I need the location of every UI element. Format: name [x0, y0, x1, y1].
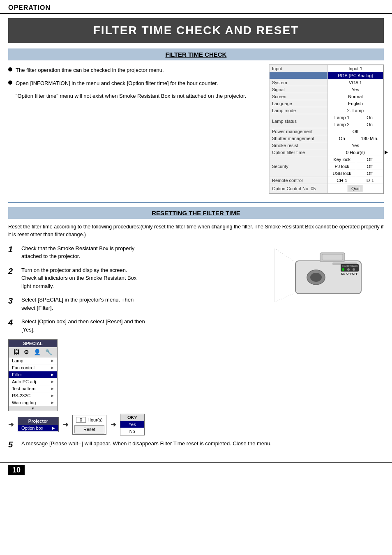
bottom-menus-row: ➜ Projector Option box ▶ ➜ 0 — [8, 414, 145, 435]
table-label: Remote control — [270, 177, 328, 184]
table-label: Option Control No. 05 — [270, 184, 328, 193]
table-label — [270, 72, 328, 79]
table-label: Smoke resist — [270, 142, 328, 149]
table-value: Yes — [328, 142, 383, 149]
table-label: Lamp mode — [270, 107, 328, 114]
special-menu-icons: 🖼 ⚙ 👤 🔧 — [9, 347, 57, 357]
step-text-3: Select [SPECIAL] in the projector's menu… — [21, 296, 134, 312]
table-row: Security Key lock Off — [270, 156, 383, 163]
table-value: Off — [356, 163, 383, 170]
table-value: Input 1 — [328, 65, 383, 72]
svg-text:ON: ON — [341, 272, 346, 275]
table-row: System VGA 1 — [270, 79, 383, 86]
table-value: On — [356, 114, 383, 121]
table-label: Input — [270, 65, 328, 72]
svg-text:OFF: OFF — [352, 272, 358, 275]
menu-item-autopcadj[interactable]: Auto PC adj. ▶ — [9, 378, 57, 385]
step-4: 4 Select [Option box] and then select [R… — [8, 318, 261, 334]
menu-item-label: Option box — [21, 426, 43, 431]
reset-section-header: RESETTING THE FILTER TIME — [8, 207, 384, 219]
step-2: 2 Turn on the projector and display the … — [8, 266, 261, 290]
menu-item-label: Auto PC adj. — [12, 379, 37, 384]
reset-button[interactable]: Reset — [74, 425, 104, 433]
ok-option-no[interactable]: No — [120, 428, 144, 435]
menu-arrow-icon: ▶ — [51, 359, 54, 363]
menu-item-rs232c[interactable]: RS-232C ▶ — [9, 392, 57, 399]
option-box-menu: 0 Hour(s) Reset — [72, 415, 106, 435]
step-text-4: Select [Option box] and then select [Res… — [21, 318, 145, 334]
table-value: USB lock — [328, 170, 356, 177]
table-label: Lamp status — [270, 114, 328, 128]
indent-text: "Option filter time" menu will not exist… — [16, 92, 261, 100]
table-value: 180 Min. — [356, 135, 383, 142]
icon-placeholder-3: 👤 — [34, 349, 41, 355]
section-divider — [8, 202, 384, 203]
table-row: Option filter time 0 Hour(s) — [270, 149, 383, 156]
svg-point-2 — [310, 273, 322, 282]
menu-item-label: Filter — [12, 372, 22, 377]
table-label: Language — [270, 100, 328, 107]
table-row: Language English — [270, 100, 383, 107]
step-number-5: 5 — [8, 440, 17, 449]
hour-value: 0 — [76, 417, 86, 423]
step-3: 3 Select [SPECIAL] in the projector's me… — [8, 296, 261, 312]
menu-arrow-icon: ▶ — [51, 366, 54, 370]
reset-intro: Reset the filter time according to the f… — [8, 223, 384, 239]
page-number: 10 — [8, 465, 25, 475]
menu-diagrams-area: SPECIAL 🖼 ⚙ 👤 🔧 Lamp ▶ Fan control — [8, 339, 261, 435]
menu-item-filter[interactable]: Filter ▶ — [9, 371, 57, 378]
menu-item-warninglog[interactable]: Warning log ▶ — [9, 399, 57, 406]
table-value: RGB (PC Analog) — [328, 72, 383, 79]
table-row: Remote control CH-1 ID-1 — [270, 177, 383, 184]
menu-arrow-icon: ▶ — [52, 426, 55, 430]
step-text-5: A message [Please wait--] will appear. W… — [21, 440, 272, 448]
svg-rect-8 — [322, 254, 343, 260]
table-label: Security — [270, 156, 328, 177]
table-value: English — [328, 100, 383, 107]
table-label: Signal — [270, 86, 328, 93]
filter-check-section: The filter operation time can be checked… — [8, 64, 384, 194]
main-title: FILTER TIME CHECK AND RESET — [8, 18, 384, 43]
hour-label: Hour(s) — [88, 417, 103, 422]
menu-item-fancontrol[interactable]: Fan control ▶ — [9, 364, 57, 371]
info-table-wrapper: Input Input 1 RGB (PC Analog) System VGA… — [269, 64, 384, 194]
menu-item-label: Test pattern — [12, 386, 35, 391]
steps-right: POWER FILTER WARN ON OFF OFF — [269, 244, 384, 436]
svg-point-13 — [342, 268, 344, 271]
bullet-text-2: Open [INFORMATION] in the menu and check… — [16, 79, 218, 88]
menu-item-label: Lamp — [12, 358, 23, 363]
step-text-2: Turn on the projector and display the sc… — [21, 266, 136, 290]
special-menu-title: SPECIAL — [9, 340, 57, 347]
bullet-dot-2 — [8, 81, 12, 85]
table-row: Input Input 1 — [270, 65, 383, 72]
table-row: Lamp mode 2- Lamp — [270, 107, 383, 114]
main-content: FILTER TIME CHECK AND RESET FILTER TIME … — [0, 14, 392, 454]
quit-button[interactable]: Quit — [348, 185, 363, 192]
filter-check-left: The filter operation time can be checked… — [8, 64, 261, 194]
filter-check-header: FILTER TIME CHECK — [8, 48, 384, 60]
table-value: Key lock — [328, 156, 356, 163]
table-value: 2- Lamp — [328, 107, 383, 114]
menu-arrow-icon: ▶ — [51, 401, 54, 405]
table-row: Signal Yes — [270, 86, 383, 93]
icon-placeholder-4: 🔧 — [45, 349, 52, 355]
menu-item-testpattern[interactable]: Test pattern ▶ — [9, 385, 57, 392]
scroll-indicator: ▼ — [9, 406, 57, 411]
page-number-bar: 10 — [0, 462, 392, 478]
table-value: Lamp 2 — [328, 121, 356, 128]
arrow-to-ok: ➜ — [111, 421, 116, 428]
step-number-1: 1 — [8, 244, 17, 254]
menu-arrow-icon: ▶ — [51, 394, 54, 398]
menu-item-optionbox[interactable]: Option box ▶ — [18, 425, 58, 432]
svg-point-15 — [353, 268, 355, 271]
arrow-to-optionbox: ➜ — [63, 421, 68, 428]
menu-item-lamp[interactable]: Lamp ▶ — [9, 357, 57, 364]
table-value: Normal — [328, 93, 383, 100]
ok-option-yes[interactable]: Yes — [120, 421, 144, 428]
header-title: OPERATION — [8, 4, 51, 11]
table-value: CH-1 — [328, 177, 356, 184]
table-row: RGB (PC Analog) — [270, 72, 383, 79]
menu-arrow-icon: ▶ — [51, 387, 54, 391]
header: OPERATION — [0, 0, 392, 14]
table-label: Shutter management — [270, 135, 328, 142]
